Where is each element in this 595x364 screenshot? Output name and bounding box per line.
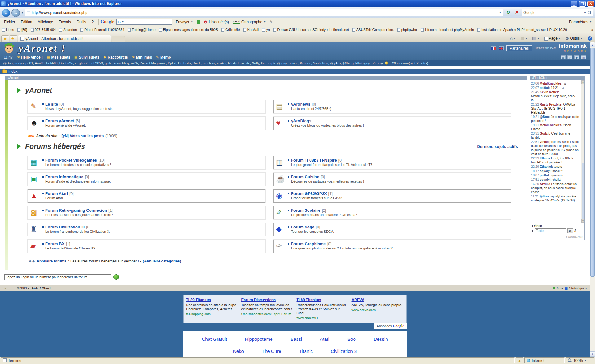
search-icon[interactable]: ⌕ (567, 55, 572, 59)
help-charter-links[interactable]: Aide / Charte (31, 286, 52, 290)
forum-box[interactable]: ♜ Forum Civilization III [0] Le forum fr… (28, 223, 265, 236)
ad-url-link[interactable]: www.areva.com (352, 308, 404, 312)
index-label[interactable]: Index (8, 69, 17, 74)
flashchat-titlebar[interactable]: ./FlashChat (530, 76, 585, 80)
chat-username[interactable]: pal0uf: (540, 174, 550, 177)
autofill-button[interactable]: ✎ (268, 19, 275, 25)
add-favorite-button[interactable]: ★+ (10, 35, 17, 42)
forum-link[interactable]: Forum Scolaire (291, 208, 320, 213)
quick-link[interactable]: Grille télé (221, 28, 240, 32)
forum-box[interactable]: ▥ Forum Ti 68k / TI-Nspire [0] Le plus g… (273, 156, 511, 169)
chat-username[interactable]: pal0uf: (540, 86, 550, 89)
back-button[interactable]: ← (2, 9, 10, 17)
forum-box[interactable]: ▤ yAronews [0] L'actu en direct 24/7/365… (273, 100, 511, 113)
footer-link[interactable]: Dessin (374, 336, 388, 342)
url-field[interactable]: ▼ (25, 9, 503, 16)
forum-box[interactable]: ◆ Forum Sega [0] Tout sur les consoles S… (273, 223, 511, 236)
forum-box[interactable]: ✑ Forum Graphisme [0] Une question photo… (273, 240, 511, 253)
ad-url-link[interactable]: fr.Shopping.com (186, 312, 238, 316)
ad-title-link[interactable]: Ti 89 Titanium (186, 298, 238, 302)
breadcrumb[interactable]: ./Accueil (5, 76, 527, 80)
scroll-up-icon[interactable]: ▲ (581, 80, 584, 84)
quick-link[interactable]: 007-3435-004 (31, 28, 56, 32)
chat-message-input[interactable] (535, 228, 566, 233)
quick-link[interactable]: Direct Ecureuil 110269674 (80, 28, 124, 32)
menu-item[interactable]: Affichage (35, 19, 56, 25)
search-provider-dropdown-icon[interactable]: ▼ (584, 11, 586, 14)
spellcheck-button[interactable]: ABC✓Orthographe▼ (231, 19, 268, 25)
members-icon[interactable]: ☻ (574, 55, 579, 59)
url-input[interactable] (32, 11, 497, 15)
quick-link[interactable]: [59] (17, 28, 27, 32)
footer-link[interactable]: Neko (233, 349, 244, 354)
scroll-down-icon[interactable]: ▼ (590, 351, 595, 357)
forum-box[interactable]: ▩ Forum Retro-gaming Connexion [1] Pour … (28, 206, 265, 219)
menu-item[interactable]: Edition (18, 19, 35, 25)
calendar-icon[interactable]: ▦ (561, 55, 566, 59)
directory-link[interactable]: Annuaire forums (37, 259, 66, 263)
forum-link[interactable]: Forum yAronet (45, 119, 74, 123)
google-search-dropdown-icon[interactable]: ▼ (121, 20, 124, 23)
forum-box[interactable]: ▣ Forum Informatique [0] Forum d'aide et… (28, 173, 265, 186)
minimize-button[interactable]: _ (571, 1, 577, 6)
print-button[interactable]: ▼ (531, 36, 542, 41)
partners-button[interactable]: Partenaires (506, 45, 532, 51)
quick-link[interactable]: Liens (2, 28, 14, 32)
statistics-link[interactable]: Statistiques (569, 286, 587, 290)
ad-title-link[interactable]: AREVA (352, 298, 404, 302)
ad-title-link[interactable]: Forum Discussions (241, 298, 293, 302)
userbar-link[interactable]: ⚑ Raccourcis (104, 55, 128, 59)
chat-username[interactable]: @Boo: (540, 115, 550, 119)
favorites-center-button[interactable]: ★ (1, 35, 9, 42)
scroll-up-icon[interactable]: ▲ (590, 42, 595, 47)
forum-search-input[interactable] (4, 274, 111, 280)
google-toolbar-search[interactable]: G ▼ (116, 19, 172, 25)
userbar-link[interactable]: ✎ Memo (156, 55, 171, 59)
stats-icon[interactable]: ▥ (581, 55, 586, 59)
footer-link[interactable]: Titanic (299, 349, 313, 354)
quick-link[interactable]: Debian GNU-Linux sur SGI Indy » Lefinnoi… (273, 28, 349, 32)
quick-link[interactable]: Bips et messages d'erreurs du BIOS (159, 28, 218, 32)
ad-url-link[interactable]: UneRencontre.com/Esprit-Forum (241, 312, 293, 316)
google-bookmark-button[interactable] (195, 20, 202, 24)
links-overflow-chevron[interactable]: » (590, 28, 593, 32)
ad-title-link[interactable]: Ti 89 Titanium (297, 298, 349, 302)
quick-link[interactable]: phpftpwho (397, 28, 417, 32)
toolbar-settings-button[interactable]: Paramètres▼ (567, 19, 594, 25)
forum-link[interactable]: Forum Sega (291, 225, 314, 229)
site-logo[interactable]: yAronet ! (19, 43, 66, 54)
footer-link[interactable]: Chat Gratuit (202, 336, 227, 342)
forum-link[interactable]: Forum Retro-gaming Connexion (45, 208, 107, 213)
chat-username[interactable]: squalyl: (540, 178, 552, 181)
footer-link[interactable]: The Cure (262, 349, 281, 354)
forum-box[interactable]: ◉ Forum GP32/GP2X [1] Grand forum frança… (273, 189, 511, 203)
quick-link[interactable]: yn (262, 28, 270, 32)
tab-active[interactable]: yAronet - Attention : forum addictif ! (18, 35, 111, 42)
quick-link[interactable]: ti-fr.com - localhost phpMyAdmin (421, 28, 474, 32)
page-menu-button[interactable]: Page▼ (543, 36, 563, 41)
userbar-link[interactable]: ▤ Mes sujets (47, 55, 70, 59)
forum-link[interactable]: Forum Atari (45, 191, 68, 196)
flag-fr-icon[interactable] (491, 46, 496, 50)
forum-box[interactable]: ✐ Forum Scolaire [2] Un probleme dans un… (273, 206, 511, 219)
chat-send-label[interactable]: S (574, 229, 576, 232)
quick-link[interactable]: Folding@Home (128, 28, 156, 32)
footer-link[interactable]: Boo (347, 336, 356, 342)
userbar-link[interactable]: ✉ Mini msg (132, 55, 152, 59)
chat-smiley-button[interactable]: ▨ (567, 228, 573, 233)
quick-link[interactable]: Abandon (59, 28, 77, 32)
quick-link[interactable]: ASUSTeK Computer Inc. (352, 28, 394, 32)
chat-username[interactable]: @Boo: (540, 195, 550, 198)
footer-link[interactable]: Hippopotame (245, 336, 272, 342)
forum-box[interactable]: ✎ Le site [0] News de yAronet, bugs, sug… (28, 100, 265, 113)
new-tab-button[interactable] (112, 36, 125, 42)
forum-link[interactable]: Le site (45, 102, 58, 106)
chat-username[interactable]: Arvi89: (540, 182, 550, 186)
forum-link[interactable]: Forum Pocket Videogames (45, 158, 97, 162)
refresh-button[interactable]: ↻ (505, 9, 512, 16)
forward-button[interactable]: → (11, 9, 20, 17)
scrollbar-thumb[interactable] (590, 48, 595, 277)
annonces-google-badge[interactable]: Annonces Google (374, 323, 406, 329)
chat-username[interactable]: Godzil: (540, 132, 550, 135)
forum-link[interactable]: Forum Graphisme (291, 241, 326, 246)
